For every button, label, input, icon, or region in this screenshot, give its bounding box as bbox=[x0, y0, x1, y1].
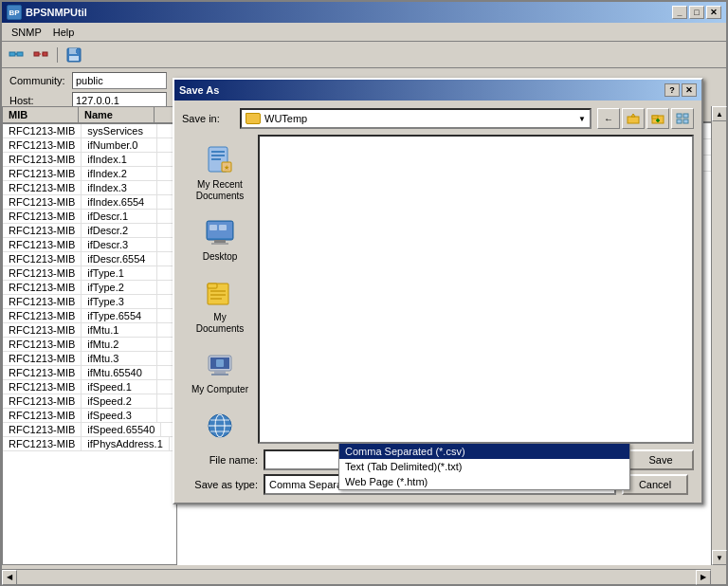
svg-rect-35 bbox=[210, 294, 226, 296]
vertical-scrollbar[interactable]: ▲ ▼ bbox=[711, 106, 726, 565]
svg-rect-19 bbox=[683, 119, 688, 123]
table-row[interactable]: RFC1213-MIBifSpeed.2 bbox=[3, 394, 176, 409]
new-folder-button[interactable] bbox=[646, 108, 669, 129]
dialog-file-area[interactable] bbox=[258, 135, 694, 444]
recent-docs-icon: ★ bbox=[203, 143, 237, 177]
svg-rect-21 bbox=[211, 151, 225, 153]
my-documents-label: My Documents bbox=[191, 312, 249, 335]
menu-bar: SNMP Help bbox=[2, 23, 726, 42]
nav-back-button[interactable]: ← bbox=[597, 108, 620, 129]
maximize-button[interactable]: □ bbox=[689, 6, 704, 19]
dropdown-item-htm[interactable]: Web Page (*.htm) bbox=[339, 474, 629, 489]
scroll-down-button[interactable]: ▼ bbox=[712, 550, 727, 565]
view-toggle-button[interactable] bbox=[671, 108, 694, 129]
dropdown-item-txt[interactable]: Text (Tab Delimited)(*.txt) bbox=[339, 459, 629, 474]
dialog-close-button[interactable]: ✕ bbox=[682, 83, 697, 97]
col-mib: MIB bbox=[3, 107, 79, 122]
svg-rect-22 bbox=[211, 155, 225, 156]
close-button[interactable]: ✕ bbox=[706, 6, 721, 19]
table-row[interactable]: RFC1213-MIBifType.1 bbox=[3, 266, 176, 281]
table-row[interactable]: RFC1213-MIBifSpeed.3 bbox=[3, 409, 176, 423]
dialog-title-bar: Save As ? ✕ bbox=[174, 80, 701, 101]
dialog-help-button[interactable]: ? bbox=[664, 83, 680, 97]
scroll-up-button[interactable]: ▲ bbox=[712, 106, 727, 121]
dropdown-item-csv[interactable]: Comma Separated (*.csv) bbox=[339, 444, 629, 459]
svg-rect-7 bbox=[69, 48, 77, 54]
table-row[interactable]: RFC1213-MIBifDescr.2 bbox=[3, 224, 176, 238]
table-row[interactable]: RFC1213-MIBifIndex.2 bbox=[3, 167, 176, 181]
dialog-controls: ? ✕ bbox=[664, 83, 697, 97]
window-controls: _ □ ✕ bbox=[672, 6, 721, 19]
svg-rect-29 bbox=[211, 243, 228, 245]
table-row[interactable]: RFC1213-MIBifDescr.1 bbox=[3, 210, 176, 224]
table-row[interactable]: RFC1213-MIBifMtu.2 bbox=[3, 338, 176, 352]
svg-rect-39 bbox=[214, 371, 226, 374]
main-window: BP BPSNMPUtil _ □ ✕ SNMP Help bbox=[0, 0, 728, 586]
main-title-bar: BP BPSNMPUtil _ □ ✕ bbox=[2, 2, 726, 23]
scroll-right-button[interactable]: ▶ bbox=[696, 570, 711, 585]
host-label: Host: bbox=[9, 95, 66, 106]
table-row[interactable]: RFC1213-MIBifType.6554 bbox=[3, 309, 176, 323]
svg-text:★: ★ bbox=[224, 164, 229, 171]
scroll-left-button[interactable]: ◀ bbox=[2, 570, 17, 585]
svg-rect-17 bbox=[683, 114, 688, 118]
cell-mib: RFC1213-MIB bbox=[3, 124, 82, 137]
save-as-dialog: Save As ? ✕ Save in: WUTemp ▼ ← bbox=[173, 78, 703, 504]
cell-name: sysServices bbox=[82, 124, 157, 137]
svg-rect-1 bbox=[17, 52, 23, 56]
sidebar-my-documents[interactable]: My Documents bbox=[186, 271, 254, 339]
my-computer-label: My Computer bbox=[191, 384, 248, 395]
toolbar-btn-2[interactable] bbox=[30, 46, 51, 64]
network-places-icon bbox=[203, 409, 237, 443]
svg-rect-23 bbox=[211, 158, 221, 160]
community-label: Community: bbox=[9, 75, 66, 86]
table-row[interactable]: RFC1213-MIBifPhysAddress.1 bbox=[3, 437, 176, 451]
table-row[interactable]: RFC1213-MIBifIndex.3 bbox=[3, 181, 176, 195]
save-in-value: WUTemp bbox=[264, 113, 307, 124]
svg-marker-11 bbox=[631, 114, 635, 117]
table-row[interactable]: RFC1213-MIBifMtu.1 bbox=[3, 323, 176, 338]
toolbar-btn-1[interactable] bbox=[6, 46, 27, 64]
table-row[interactable]: RFC1213-MIBifIndex.6554 bbox=[3, 195, 176, 210]
save-in-combo[interactable]: WUTemp ▼ bbox=[240, 108, 592, 129]
save-in-label: Save in: bbox=[182, 113, 234, 124]
minimize-button[interactable]: _ bbox=[672, 6, 687, 19]
sidebar-my-computer[interactable]: My Computer bbox=[186, 343, 254, 400]
table-body: RFC1213-MIBsysServices RFC1213-MIBifNumb… bbox=[3, 124, 176, 560]
nav-up-button[interactable] bbox=[622, 108, 645, 129]
svg-rect-4 bbox=[43, 52, 47, 56]
menu-help[interactable]: Help bbox=[47, 25, 81, 40]
svg-rect-10 bbox=[628, 117, 639, 123]
table-row[interactable]: RFC1213-MIBifDescr.6554 bbox=[3, 252, 176, 266]
svg-rect-8 bbox=[69, 56, 79, 61]
sidebar-network-places[interactable]: My Network Places bbox=[186, 404, 254, 444]
table-header: MIB Name bbox=[3, 107, 176, 124]
sidebar-recent-docs[interactable]: ★ My Recent Documents bbox=[186, 138, 254, 207]
cancel-button[interactable]: Cancel bbox=[622, 474, 688, 495]
save-type-dropdown: Comma Separated (*.csv) Text (Tab Delimi… bbox=[338, 443, 630, 490]
table-row[interactable]: RFC1213-MIBifType.3 bbox=[3, 295, 176, 309]
toolbar-btn-3[interactable] bbox=[64, 46, 84, 64]
table-row[interactable]: RFC1213-MIBifDescr.3 bbox=[3, 238, 176, 252]
table-row[interactable]: RFC1213-MIBifSpeed.65540 bbox=[3, 423, 176, 437]
table-row[interactable]: RFC1213-MIBifMtu.65540 bbox=[3, 366, 176, 380]
table-row[interactable]: RFC1213-MIBsysServices bbox=[3, 124, 176, 138]
table-row[interactable]: RFC1213-MIBifType.2 bbox=[3, 281, 176, 295]
save-in-row: Save in: WUTemp ▼ ← bbox=[182, 108, 694, 129]
table-row[interactable]: RFC1213-MIBifNumber.0 bbox=[3, 138, 176, 153]
svg-rect-31 bbox=[219, 225, 227, 230]
svg-rect-16 bbox=[677, 114, 682, 118]
my-documents-icon bbox=[203, 276, 237, 310]
menu-snmp[interactable]: SNMP bbox=[6, 25, 47, 40]
table-row[interactable]: RFC1213-MIBifIndex.1 bbox=[3, 153, 176, 167]
table-row[interactable]: RFC1213-MIBifMtu.3 bbox=[3, 352, 176, 366]
svg-rect-28 bbox=[214, 240, 226, 243]
desktop-icon bbox=[203, 215, 237, 249]
save-button[interactable]: Save bbox=[628, 449, 694, 470]
sidebar-desktop[interactable]: Desktop bbox=[186, 211, 254, 267]
community-input[interactable] bbox=[72, 72, 167, 89]
horizontal-scrollbar[interactable]: ◀ ▶ bbox=[2, 569, 711, 584]
svg-rect-9 bbox=[76, 49, 78, 53]
table-row[interactable]: RFC1213-MIBifSpeed.1 bbox=[3, 380, 176, 394]
dialog-sidebar: ★ My Recent Documents bbox=[182, 135, 258, 444]
